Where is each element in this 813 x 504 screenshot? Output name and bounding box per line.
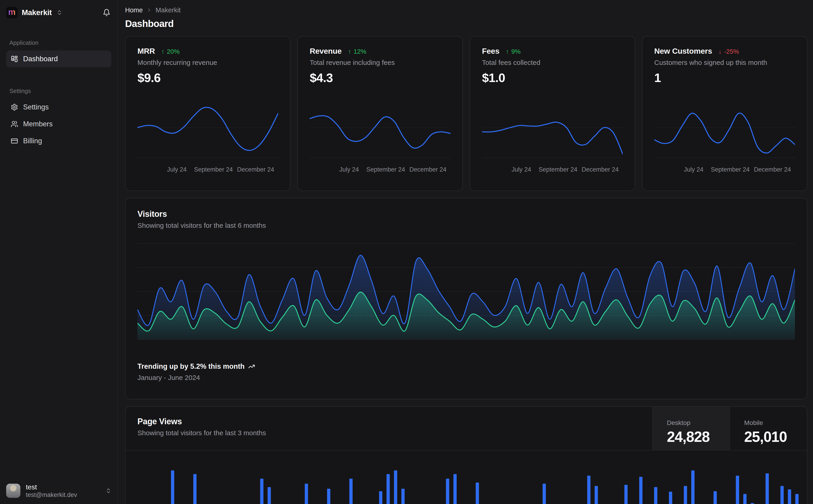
stats-grid: MRR ↑20% Monthly recurring revenue $9.6 … xyxy=(125,36,807,191)
stat-value: 1 xyxy=(654,71,795,85)
user-menu[interactable]: test test@makerkit.dev xyxy=(6,483,111,499)
stat-trend-badge: ↑20% xyxy=(161,48,180,55)
visitors-card: Visitors Showing total visitors for the … xyxy=(125,198,807,399)
arrow-down-icon: ↓ xyxy=(719,48,722,55)
stat-card-fees: Fees ↑9% Total fees collected $1.0 July … xyxy=(470,36,635,191)
page-title: Dashboard xyxy=(125,18,807,29)
page-views-subtitle: Showing total visitors for the last 3 mo… xyxy=(137,429,640,437)
sparkline-x-axis: July 24September 24December 24 xyxy=(482,166,623,174)
visitors-period: January - June 2024 xyxy=(137,374,795,382)
sidebar-item-settings[interactable]: Settings xyxy=(6,99,111,116)
workspace-switcher[interactable]: m Makerkit xyxy=(6,7,111,18)
stat-value: $4.3 xyxy=(310,71,450,85)
user-name: test xyxy=(26,483,77,491)
stat-title: New Customers xyxy=(654,47,712,56)
tab-desktop-label: Desktop xyxy=(667,419,715,427)
chevron-right-icon xyxy=(146,7,152,13)
visitors-subtitle: Showing total visitors for the last 6 mo… xyxy=(137,222,795,229)
users-icon xyxy=(11,120,18,128)
page-views-title: Page Views xyxy=(137,417,640,426)
stat-card-new-customers: New Customers ↓-25% Customers who signed… xyxy=(642,36,807,191)
visitors-title: Visitors xyxy=(137,209,795,219)
tab-mobile-label: Mobile xyxy=(744,419,793,427)
credit-card-icon xyxy=(11,137,18,145)
sidebar-item-label: Dashboard xyxy=(23,55,58,63)
sidebar-item-label: Billing xyxy=(23,137,42,145)
breadcrumb-home-link[interactable]: Home xyxy=(125,6,143,14)
tab-mobile-value: 25,010 xyxy=(744,428,793,445)
stat-title: MRR xyxy=(137,47,155,56)
bell-icon xyxy=(103,9,110,16)
stat-trend-badge: ↓-25% xyxy=(719,48,739,55)
visitors-area-chart[interactable] xyxy=(137,240,795,340)
arrow-up-icon: ↑ xyxy=(161,48,165,55)
stat-card-mrr: MRR ↑20% Monthly recurring revenue $9.6 … xyxy=(125,36,291,191)
layout-dashboard-icon xyxy=(11,55,18,63)
chevrons-up-down-icon xyxy=(105,488,111,494)
tab-desktop[interactable]: Desktop 24,828 xyxy=(652,407,730,450)
sparkline-x-axis: July 24September 24December 24 xyxy=(310,166,450,174)
sparkline-x-axis: July 24September 24December 24 xyxy=(654,166,795,174)
stat-value: $1.0 xyxy=(482,71,623,85)
fees-sparkline-chart[interactable] xyxy=(482,103,623,160)
tab-desktop-value: 24,828 xyxy=(667,428,715,445)
chevrons-up-down-icon xyxy=(56,10,62,16)
mrr-sparkline-chart[interactable] xyxy=(137,103,278,160)
stat-description: Total revenue including fees xyxy=(310,59,450,66)
stat-value: $9.6 xyxy=(137,71,278,85)
breadcrumb: Home Makerkit xyxy=(125,6,807,14)
breadcrumb-current: Makerkit xyxy=(155,6,181,14)
workspace-name: Makerkit xyxy=(22,8,52,17)
visitors-footer: Trending up by 5.2% this month January -… xyxy=(137,362,795,382)
stat-trend-badge: ↑12% xyxy=(348,48,366,55)
nav-group-label-application: Application xyxy=(9,39,111,46)
sidebar-item-label: Members xyxy=(23,120,53,128)
main-content: Home Makerkit Dashboard MRR ↑20% Monthly… xyxy=(118,0,813,504)
avatar xyxy=(6,484,20,498)
page-views-card: Page Views Showing total visitors for th… xyxy=(125,406,807,504)
page-views-header: Page Views Showing total visitors for th… xyxy=(125,407,807,451)
makerkit-logo: m xyxy=(6,7,18,18)
stat-title: Revenue xyxy=(310,47,342,56)
stat-title: Fees xyxy=(482,47,499,56)
stat-trend-badge: ↑9% xyxy=(506,48,520,55)
nav-group-label-settings: Settings xyxy=(9,88,111,95)
stat-card-revenue: Revenue ↑12% Total revenue including fee… xyxy=(297,36,463,191)
notifications-button[interactable] xyxy=(102,8,111,17)
sparkline-x-axis: July 24September 24December 24 xyxy=(137,166,278,174)
visitors-trend-text: Trending up by 5.2% this month xyxy=(137,362,245,371)
sidebar: m Makerkit Application Dashboard Setting… xyxy=(0,0,118,504)
stat-description: Total fees collected xyxy=(482,59,623,66)
stat-description: Monthly recurring revenue xyxy=(137,59,278,66)
arrow-up-icon: ↑ xyxy=(506,48,509,55)
sidebar-item-label: Settings xyxy=(23,103,49,111)
new-customers-sparkline-chart[interactable] xyxy=(654,103,795,160)
logo-letter: m xyxy=(8,8,16,16)
sidebar-item-dashboard[interactable]: Dashboard xyxy=(6,50,111,67)
user-email: test@makerkit.dev xyxy=(26,491,77,499)
revenue-sparkline-chart[interactable] xyxy=(310,103,450,160)
trending-up-icon xyxy=(248,363,255,370)
sidebar-item-members[interactable]: Members xyxy=(6,116,111,133)
sidebar-item-billing[interactable]: Billing xyxy=(6,133,111,149)
arrow-up-icon: ↑ xyxy=(348,48,351,55)
gear-icon xyxy=(11,103,18,111)
page-views-bar-chart[interactable] xyxy=(132,453,801,504)
stat-description: Customers who signed up this month xyxy=(654,59,795,66)
tab-mobile[interactable]: Mobile 25,010 xyxy=(730,407,807,450)
